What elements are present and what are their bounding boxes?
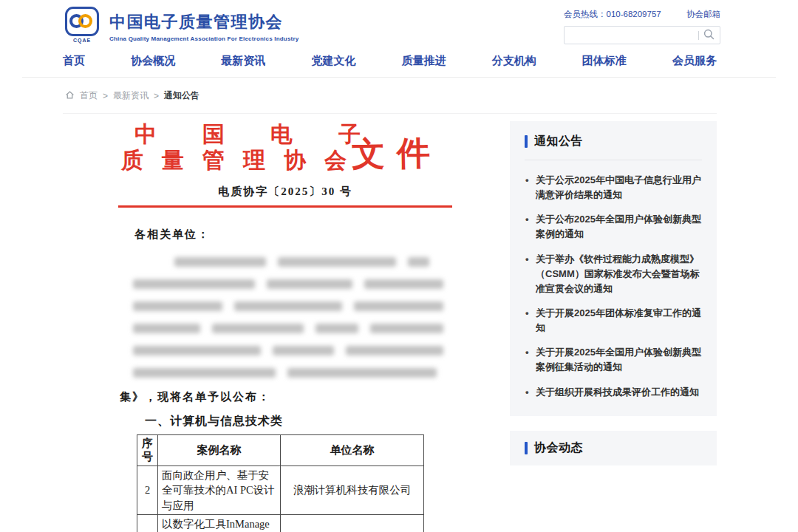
section-accent-bar xyxy=(525,442,528,454)
sidebar: 通知公告 关于公示2025年中国电子信息行业用户满意评价结果的通知 关于公布20… xyxy=(510,121,717,466)
breadcrumb-home[interactable]: 首页 xyxy=(80,89,98,102)
col-header-no: 序号 xyxy=(137,434,158,466)
nav-item-standards[interactable]: 团体标准 xyxy=(582,54,627,68)
search-icon xyxy=(703,29,715,42)
notice-link[interactable]: 关于公布2025年全国用户体验创新典型案例的通知 xyxy=(525,212,702,242)
doc-number: 电质协字〔2025〕30 号 xyxy=(118,185,452,199)
cell-case: 以数字化工具InManage Kits实现批量运维，提升用户服务体验 xyxy=(158,514,281,532)
search-divider xyxy=(698,31,699,40)
dynamics-section: 协会动态 xyxy=(510,431,717,466)
main-nav: 首页 协会概况 最新资讯 党建文化 质量推进 分支机构 团体标准 会员服务 xyxy=(0,47,798,74)
section-accent-bar xyxy=(525,135,528,148)
notice-section-title: 通知公告 xyxy=(534,134,583,149)
site-title-block: 中国电子质量管理协会 China Quality Management Asso… xyxy=(109,11,299,42)
breadcrumb-separator: > xyxy=(154,91,159,101)
org-title: 中国电子质量管理协会 xyxy=(109,11,299,33)
table-header-row: 序号 案例名称 单位名称 xyxy=(137,434,424,466)
doc-section-heading: 一、计算机与信息技术类 xyxy=(145,414,452,429)
nav-item-overview[interactable]: 协会概况 xyxy=(131,54,175,68)
col-header-org: 单位名称 xyxy=(281,434,424,466)
cell-org: 浪潮计算机科技有限公司 xyxy=(281,466,424,515)
notice-section: 通知公告 关于公示2025年中国电子信息行业用户满意评价结果的通知 关于公布20… xyxy=(510,121,717,416)
table-row: 2 面向政企用户、基于安全可靠技术的AI PC设计与应用 浪潮计算机科技有限公司 xyxy=(137,466,424,515)
cell-no: 2 xyxy=(137,466,158,515)
search-input[interactable] xyxy=(570,30,698,41)
notice-link[interactable]: 关于公示2025年中国电子信息行业用户满意评价结果的通知 xyxy=(525,173,702,202)
org-subtitle: China Quality Management Association For… xyxy=(109,35,299,42)
case-table: 序号 案例名称 单位名称 2 面向政企用户、基于安全可靠技术的AI PC设计与应… xyxy=(137,434,424,532)
breadcrumb-separator: > xyxy=(103,91,108,101)
qc-mark-icon xyxy=(65,7,99,36)
breadcrumb: 首页 > 最新资讯 > 通知公告 xyxy=(65,89,798,102)
search-box xyxy=(564,26,720,44)
notice-link[interactable]: 关于开展2025年团体标准复审工作的通知 xyxy=(525,306,702,335)
notice-link[interactable]: 关于开展2025年全国用户体验创新典型案例征集活动的通知 xyxy=(525,345,702,375)
cell-no: 5 xyxy=(137,514,158,532)
redacted-paragraph xyxy=(133,257,443,378)
doc-red-rule xyxy=(118,205,452,208)
table-row: 5 以数字化工具InManage Kits实现批量运维，提升用户服务体验 浪潮计… xyxy=(137,514,424,532)
nav-item-news[interactable]: 最新资讯 xyxy=(221,54,265,68)
notice-list: 关于公示2025年中国电子信息行业用户满意评价结果的通知 关于公布2025年全国… xyxy=(525,173,702,400)
member-hotline: 会员热线：010-68209757 xyxy=(564,9,661,20)
nav-item-quality[interactable]: 质量推进 xyxy=(402,54,446,68)
nav-item-branches[interactable]: 分支机构 xyxy=(492,54,536,68)
breadcrumb-news[interactable]: 最新资讯 xyxy=(113,89,149,102)
notice-link[interactable]: 关于举办《软件过程能力成熟度模型》（CSMM）国家标准发布大会暨首场标准宣贯会议… xyxy=(525,252,702,296)
dynamics-section-title: 协会动态 xyxy=(534,440,583,456)
search-button[interactable] xyxy=(703,29,715,42)
section-divider xyxy=(525,160,702,160)
cell-org: 浪潮计算机科技有限公司 xyxy=(281,514,424,532)
logo-caption: CQAE xyxy=(73,38,91,43)
col-header-case: 案例名称 xyxy=(158,434,281,466)
notice-link[interactable]: 关于组织开展科技成果评价工作的通知 xyxy=(525,385,702,400)
breadcrumb-current: 通知公告 xyxy=(164,89,200,102)
doc-salutation: 各相关单位： xyxy=(134,228,452,242)
site-header: CQAE 中国电子质量管理协会 China Quality Management… xyxy=(0,0,798,47)
doc-closing-line: 集》，现将名单予以公布： xyxy=(120,390,452,404)
site-logo[interactable]: CQAE xyxy=(65,7,99,43)
home-icon xyxy=(65,90,75,102)
nav-item-members[interactable]: 会员服务 xyxy=(672,54,717,68)
cell-case: 面向政企用户、基于安全可靠技术的AI PC设计与应用 xyxy=(158,466,281,515)
nav-divider xyxy=(22,77,776,78)
doc-title-suffix: 文件 xyxy=(351,131,442,177)
official-document-scan: 中国电子 质量管理协会 文件 电质协字〔2025〕30 号 各相关单位： xyxy=(118,121,452,532)
nav-item-party[interactable]: 党建文化 xyxy=(311,54,355,68)
nav-item-home[interactable]: 首页 xyxy=(63,54,85,68)
association-mailbox-link[interactable]: 协会邮箱 xyxy=(686,9,720,20)
